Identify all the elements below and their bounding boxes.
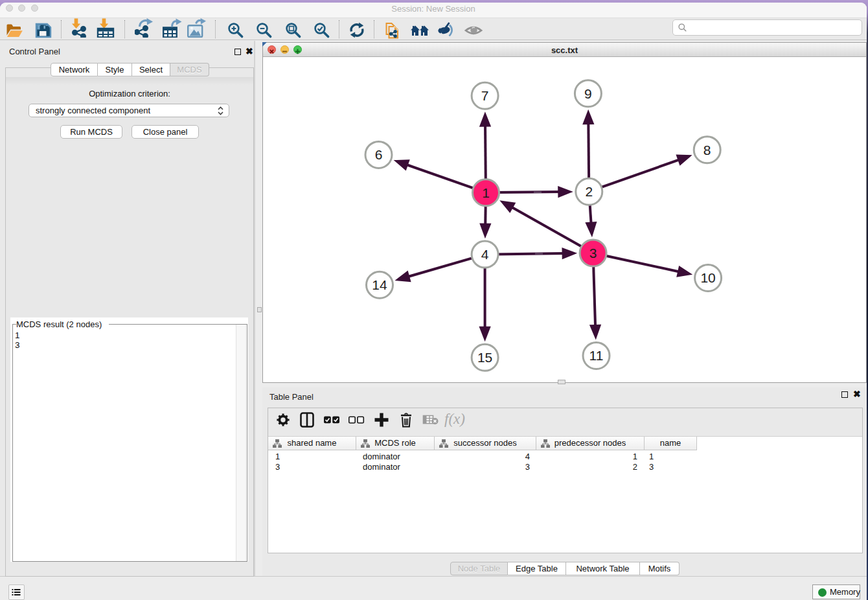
svg-text:3: 3 (589, 246, 597, 260)
svg-text:14: 14 (372, 277, 387, 292)
svg-text:8: 8 (703, 143, 711, 157)
svg-text:7: 7 (481, 88, 489, 103)
svg-text:10: 10 (700, 270, 715, 285)
svg-text:6: 6 (375, 147, 383, 162)
svg-text:15: 15 (477, 350, 492, 365)
svg-text:9: 9 (584, 86, 592, 101)
svg-text:4: 4 (481, 247, 489, 262)
svg-text:2: 2 (585, 184, 593, 199)
svg-text:11: 11 (589, 348, 604, 363)
svg-text:1: 1 (482, 185, 490, 200)
